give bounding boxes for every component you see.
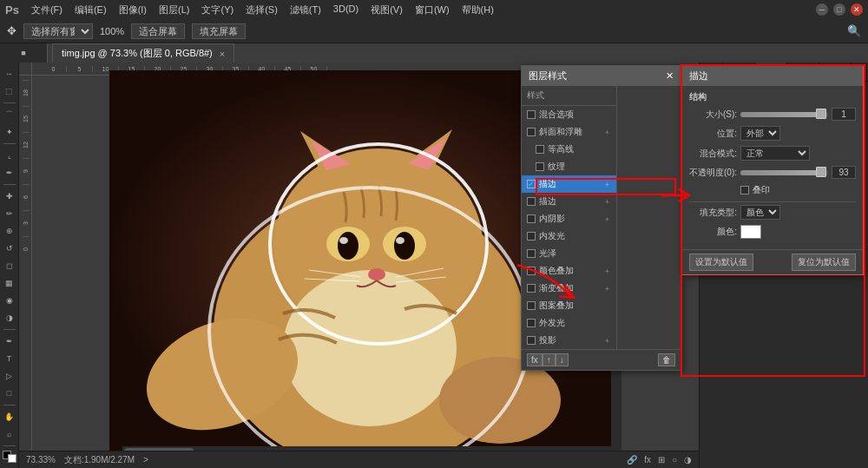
healing-tool[interactable]: ✚ xyxy=(2,188,17,204)
ls-checkbox-outer-glow[interactable] xyxy=(527,319,536,327)
text-tool[interactable]: T xyxy=(2,351,17,366)
ls-add-icon-stroke2[interactable]: ＋ xyxy=(603,196,611,208)
ls-add-icon-inner-shadow[interactable]: ＋ xyxy=(603,214,611,225)
menu-window[interactable]: 窗口(W) xyxy=(410,2,455,18)
shape-tool[interactable]: □ xyxy=(2,386,17,401)
menu-text[interactable]: 文字(Y) xyxy=(196,2,239,18)
ls-add-icon-gradient-overlay[interactable]: ＋ xyxy=(603,283,611,294)
stroke-position-select[interactable]: 外部 内部 居中 xyxy=(740,126,780,141)
menu-3d[interactable]: 3D(D) xyxy=(328,2,364,18)
stroke-size-slider[interactable] xyxy=(740,112,828,117)
ls-down-button[interactable]: ↓ xyxy=(556,353,569,366)
reset-default-button[interactable]: 复位为默认值 xyxy=(792,254,856,271)
ls-add-icon-bevel[interactable]: ＋ xyxy=(603,127,611,138)
search-icon[interactable]: 🔍 xyxy=(847,24,861,37)
window-select[interactable]: 选择所有窗口 xyxy=(23,23,93,39)
ls-delete-button[interactable]: 🗑 xyxy=(658,353,675,366)
ls-item-satin[interactable]: 光泽 xyxy=(522,245,616,262)
stroke-opacity-thumb[interactable] xyxy=(816,167,826,177)
ls-checkbox-inner-glow[interactable] xyxy=(527,232,536,241)
ls-label-color-overlay: 颜色叠加 xyxy=(539,265,574,277)
ls-checkbox-texture[interactable] xyxy=(536,162,544,171)
ls-checkbox-blending[interactable] xyxy=(527,110,536,119)
ls-item-inner-shadow[interactable]: 内阴影 ＋ xyxy=(522,210,616,227)
menu-image[interactable]: 图像(I) xyxy=(114,2,152,18)
dodge-tool[interactable]: ◑ xyxy=(2,310,17,326)
gradient-tool[interactable]: ▦ xyxy=(2,275,17,291)
ls-item-outer-glow[interactable]: 外发光 xyxy=(522,314,616,332)
document-tabbar: ■ timg.jpg @ 73.3% (图层 0, RGB/8#) × xyxy=(0,43,868,63)
stroke-opacity-input[interactable] xyxy=(832,166,856,179)
ls-add-icon-color-overlay[interactable]: ＋ xyxy=(603,266,611,277)
close-button[interactable]: ✕ xyxy=(851,3,863,16)
stroke-overprint-checkbox-container[interactable]: 叠印 xyxy=(740,184,770,196)
ls-checkbox-bevel[interactable] xyxy=(527,128,536,136)
ls-add-icon-drop-shadow[interactable]: ＋ xyxy=(603,335,611,346)
hand-tool[interactable]: ✋ xyxy=(2,409,17,425)
zoom-tool[interactable]: ⌕ xyxy=(2,426,17,442)
set-default-button[interactable]: 设置为默认值 xyxy=(689,254,753,271)
ls-checkbox-inner-shadow[interactable] xyxy=(527,214,536,223)
menu-help[interactable]: 帮助(H) xyxy=(457,2,499,18)
minimize-button[interactable]: ─ xyxy=(816,3,828,16)
stamp-tool[interactable]: ⊕ xyxy=(2,223,17,239)
ls-up-button[interactable]: ↑ xyxy=(542,353,556,366)
ls-item-bevel[interactable]: 斜面和浮雕 ＋ xyxy=(522,123,616,141)
ls-item-contour[interactable]: 等高线 xyxy=(522,141,616,158)
ls-checkbox-stroke2[interactable] xyxy=(527,197,536,206)
fx-button[interactable]: fx xyxy=(527,353,542,366)
stroke-opacity-slider[interactable] xyxy=(740,170,828,175)
blur-tool[interactable]: ◉ xyxy=(2,293,17,308)
ls-checkbox-stroke1[interactable]: ✓ xyxy=(527,180,536,188)
ls-item-drop-shadow[interactable]: 投影 ＋ xyxy=(522,332,616,349)
ls-item-pattern-overlay[interactable]: 图案叠加 xyxy=(522,297,616,314)
maximize-button[interactable]: □ xyxy=(833,3,845,16)
stroke-size-thumb[interactable] xyxy=(816,109,826,119)
stroke-fill-type-select[interactable]: 颜色 渐变 图案 xyxy=(740,205,780,220)
select-tool[interactable]: ⬚ xyxy=(2,83,17,99)
layer-style-close-icon[interactable]: ✕ xyxy=(666,70,674,82)
ls-checkbox-gradient-overlay[interactable] xyxy=(527,284,536,293)
menu-edit[interactable]: 编辑(E) xyxy=(69,2,112,18)
lasso-tool[interactable]: ⌒ xyxy=(2,107,17,122)
stroke-overprint-checkbox[interactable] xyxy=(740,186,749,194)
ls-item-texture[interactable]: 纹理 xyxy=(522,158,616,175)
pen-tool[interactable]: ✒ xyxy=(2,333,17,349)
statusbar-arrow[interactable]: > xyxy=(143,455,148,465)
menu-select[interactable]: 选择(S) xyxy=(240,2,283,18)
ls-item-inner-glow[interactable]: 内发光 xyxy=(522,227,616,245)
stroke-size-input[interactable] xyxy=(832,108,856,121)
move-tool[interactable]: ↔ xyxy=(2,66,17,82)
ls-item-blending[interactable]: 混合选项 xyxy=(522,106,616,123)
menu-file[interactable]: 文件(F) xyxy=(26,2,68,18)
ls-checkbox-color-overlay[interactable] xyxy=(527,267,536,275)
magic-wand-tool[interactable]: ✦ xyxy=(2,124,17,140)
stroke-color-swatch[interactable] xyxy=(740,225,761,239)
ls-item-gradient-overlay[interactable]: 渐变叠加 ＋ xyxy=(522,280,616,297)
ls-checkbox-pattern-overlay[interactable] xyxy=(527,301,536,310)
fill-screen-button[interactable]: 填充屏幕 xyxy=(192,23,246,39)
ls-checkbox-satin[interactable] xyxy=(527,249,536,258)
document-tab[interactable]: timg.jpg @ 73.3% (图层 0, RGB/8#) × xyxy=(52,43,234,63)
menu-view[interactable]: 视图(V) xyxy=(365,2,408,18)
menu-layer[interactable]: 图层(L) xyxy=(154,2,194,18)
eraser-tool[interactable]: ◻ xyxy=(2,258,17,274)
canvas-scroll-horizontal[interactable] xyxy=(122,446,621,452)
tab-close-icon[interactable]: × xyxy=(220,49,225,59)
fit-screen-button[interactable]: 适合屏幕 xyxy=(131,23,185,39)
scroll-thumb-h[interactable] xyxy=(124,448,194,452)
crop-tool[interactable]: ⌞ xyxy=(2,148,17,163)
eyedropper-tool[interactable]: ✒ xyxy=(2,165,17,181)
stroke-blend-select[interactable]: 正常 xyxy=(740,146,810,161)
foreground-background-colors[interactable] xyxy=(3,451,16,463)
path-select-tool[interactable]: ▷ xyxy=(2,368,17,384)
menu-filter[interactable]: 滤镜(T) xyxy=(285,2,326,18)
history-tool[interactable]: ↺ xyxy=(2,241,17,256)
ls-item-color-overlay[interactable]: 颜色叠加 ＋ xyxy=(522,262,616,280)
ls-item-stroke2[interactable]: 描边 ＋ xyxy=(522,193,616,210)
ls-add-icon-stroke1[interactable]: ＋ xyxy=(603,179,611,190)
ls-item-stroke1[interactable]: ✓ 描边 ＋ xyxy=(522,175,616,193)
ls-checkbox-contour[interactable] xyxy=(536,145,544,154)
brush-tool[interactable]: ✏ xyxy=(2,206,17,221)
ls-checkbox-drop-shadow[interactable] xyxy=(527,336,536,345)
